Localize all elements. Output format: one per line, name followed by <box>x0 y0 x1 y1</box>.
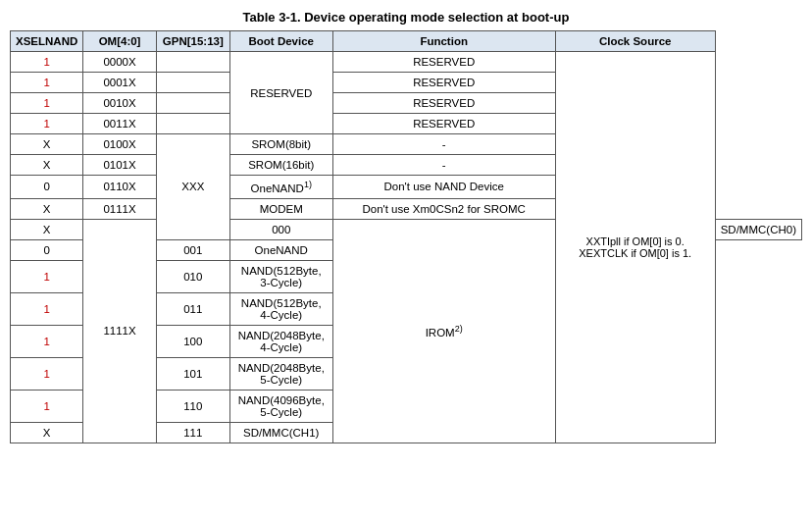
cell-function: NAND(2048Byte, 5-Cycle) <box>229 357 332 390</box>
cell-xselnan: 1 <box>11 114 83 134</box>
cell-xselnan: 1 <box>11 52 83 73</box>
cell-gpn: 010 <box>156 260 229 292</box>
cell-om: 1111X <box>83 219 157 443</box>
table-row: 1 0000X RESERVED RESERVED XXTIpll if OM[… <box>11 52 802 73</box>
cell-gpn: XXX <box>156 134 229 240</box>
cell-om: 0010X <box>83 93 157 114</box>
cell-gpn <box>156 73 229 93</box>
cell-clock: XXTIpll if OM[0] is 0.XEXTCLK if OM[0] i… <box>555 52 715 443</box>
table-title: Table 3-1. Device operating mode selecti… <box>10 10 802 25</box>
cell-om: 0111X <box>83 198 157 219</box>
cell-function: SD/MMC(CH0) <box>715 219 801 239</box>
cell-function: NAND(4096Byte, 5-Cycle) <box>229 390 332 422</box>
cell-function: - <box>332 155 555 176</box>
cell-function: - <box>332 134 555 155</box>
cell-function: RESERVED <box>332 93 555 114</box>
cell-xselnan: 0 <box>11 239 83 260</box>
cell-gpn: 000 <box>229 219 332 239</box>
cell-gpn <box>156 114 229 134</box>
header-function: Function <box>332 31 555 52</box>
main-table: XSELNAND OM[4:0] GPN[15:13] Boot Device … <box>10 30 802 443</box>
cell-function: Don't use Xm0CSn2 for SROMC <box>332 198 555 219</box>
cell-xselnan: 1 <box>11 93 83 114</box>
header-om: OM[4:0] <box>83 31 157 52</box>
header-clock: Clock Source <box>555 31 715 52</box>
cell-xselnan: X <box>11 134 83 155</box>
cell-function: RESERVED <box>332 52 555 73</box>
cell-xselnan: X <box>11 155 83 176</box>
header-gpn: GPN[15:13] <box>156 31 229 52</box>
cell-function: NAND(512Byte, 3-Cycle) <box>229 260 332 292</box>
table-body: 1 0000X RESERVED RESERVED XXTIpll if OM[… <box>11 52 802 443</box>
cell-function: NAND(512Byte, 4-Cycle) <box>229 292 332 325</box>
cell-gpn <box>156 52 229 73</box>
cell-gpn: 101 <box>156 357 229 390</box>
cell-om: 0001X <box>83 73 157 93</box>
cell-om: 0101X <box>83 155 157 176</box>
page-wrapper: Table 3-1. Device operating mode selecti… <box>10 10 802 443</box>
cell-function: RESERVED <box>332 114 555 134</box>
cell-gpn: 001 <box>156 239 229 260</box>
cell-om: 0000X <box>83 52 157 73</box>
header-xselnan: XSELNAND <box>11 31 83 52</box>
cell-boot: OneNAND1) <box>229 176 332 199</box>
cell-boot: RESERVED <box>229 52 332 134</box>
cell-gpn: 110 <box>156 390 229 422</box>
cell-xselnan: 1 <box>11 390 83 422</box>
cell-function: NAND(2048Byte, 4-Cycle) <box>229 325 332 357</box>
cell-gpn: 111 <box>156 422 229 443</box>
cell-boot: MODEM <box>229 198 332 219</box>
cell-gpn: 011 <box>156 292 229 325</box>
cell-boot: SROM(16bit) <box>229 155 332 176</box>
cell-xselnan: 1 <box>11 73 83 93</box>
cell-om: 0100X <box>83 134 157 155</box>
cell-gpn <box>156 93 229 114</box>
cell-gpn: 100 <box>156 325 229 357</box>
cell-function: RESERVED <box>332 73 555 93</box>
cell-om: 0011X <box>83 114 157 134</box>
cell-xselnan: 0 <box>11 176 83 199</box>
cell-xselnan: X <box>11 219 83 239</box>
cell-xselnan: X <box>11 422 83 443</box>
cell-function: SD/MMC(CH1) <box>229 422 332 443</box>
cell-function: Don't use NAND Device <box>332 176 555 199</box>
header-row: XSELNAND OM[4:0] GPN[15:13] Boot Device … <box>11 31 802 52</box>
cell-xselnan: X <box>11 198 83 219</box>
cell-xselnan: 1 <box>11 325 83 357</box>
cell-function: OneNAND <box>229 239 332 260</box>
cell-xselnan: 1 <box>11 357 83 390</box>
header-boot: Boot Device <box>229 31 332 52</box>
cell-boot: IROM2) <box>332 219 555 443</box>
cell-xselnan: 1 <box>11 292 83 325</box>
cell-boot: SROM(8bit) <box>229 134 332 155</box>
cell-om: 0110X <box>83 176 157 199</box>
cell-xselnan: 1 <box>11 260 83 292</box>
